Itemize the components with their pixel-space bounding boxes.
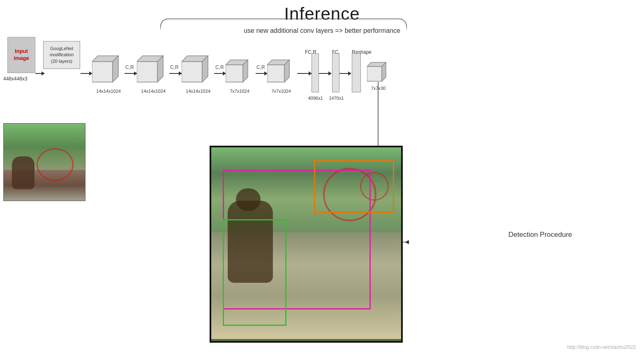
cr-label-2: C,R <box>170 64 179 70</box>
block1-size: 14x14x1024 <box>92 89 125 94</box>
cr-label-3: C,R <box>215 64 224 70</box>
googlenet-box: GoogLeNet modification (20 layers) <box>43 41 80 69</box>
arrow-googlenet-b1 <box>81 73 92 74</box>
input-label: Inputimage <box>14 48 29 62</box>
cr-label-1: C,R <box>125 64 134 70</box>
block2-size: 14x14x1024 <box>137 89 170 94</box>
block3-size: 14x14x1024 <box>182 89 215 94</box>
watermark: http://blog.csdn.net/xiaohu2022 <box>567 344 636 350</box>
fcr-size: 4096x1 <box>306 96 325 101</box>
fc-box <box>332 53 339 92</box>
bbox-orange <box>314 160 394 213</box>
conv-block-2: 14x14x1024 <box>137 53 170 94</box>
fc-size: 1470x1 <box>327 96 346 101</box>
svg-marker-9 <box>226 65 243 82</box>
arrow-fcr-fc <box>319 73 331 74</box>
block5-size: 7x7x1024 <box>267 89 295 94</box>
svg-marker-20 <box>405 240 409 244</box>
svg-marker-15 <box>367 66 382 81</box>
output-size: 7x7x30 <box>367 86 390 91</box>
reshape-box <box>352 53 361 92</box>
googlenet-label: GoogLeNet modification (20 layers) <box>50 46 74 64</box>
conv-block-1: 14x14x1024 <box>92 53 125 94</box>
svg-marker-12 <box>267 65 284 82</box>
arrow-b4-b5 <box>256 73 267 74</box>
detection-procedure-label: Detection Procedure <box>508 231 572 239</box>
fcr-box <box>312 53 319 92</box>
input-photo-thumb <box>3 123 85 201</box>
block4-size: 7x7x1024 <box>226 89 254 94</box>
arrow-b5-fcr <box>297 73 312 74</box>
input-size-label: 448x448x3 <box>3 76 28 82</box>
cr-label-4: C,R <box>256 64 265 70</box>
conv-block-4: 7x7x1024 <box>226 57 254 94</box>
arrow-fc-reshape <box>339 73 351 74</box>
arrow-b3-b4 <box>214 73 226 74</box>
brace-annotation <box>160 18 407 30</box>
svg-marker-6 <box>182 62 202 82</box>
svg-marker-0 <box>92 62 113 82</box>
arrow-b2-b3 <box>169 73 182 74</box>
conv-block-5: 7x7x1024 <box>267 57 295 94</box>
output-cube: 7x7x30 <box>367 61 390 91</box>
arrow-input-googlenet <box>35 73 44 74</box>
arrow-b1-b2 <box>125 73 137 74</box>
svg-marker-3 <box>137 62 157 82</box>
detection-result-image <box>210 146 403 343</box>
conv-block-3: 14x14x1024 <box>182 53 215 94</box>
input-image-box: Inputimage <box>7 37 35 73</box>
bbox-green <box>223 219 286 326</box>
